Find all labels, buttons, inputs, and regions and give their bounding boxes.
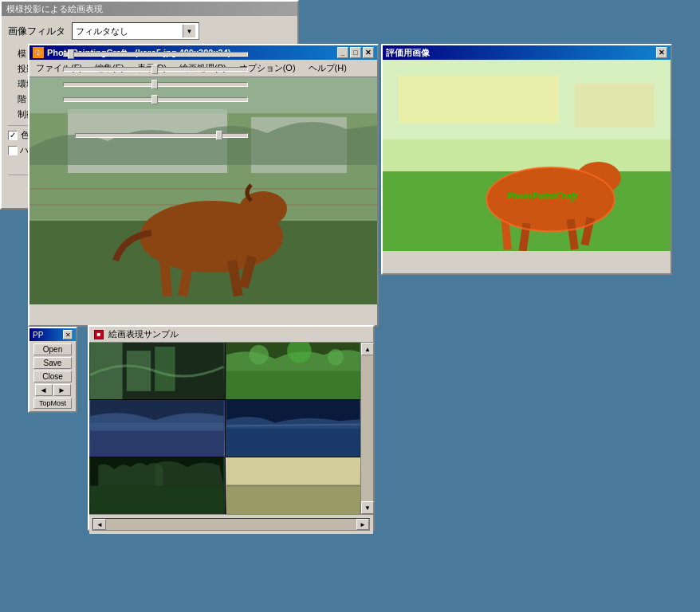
main-canvas <box>29 77 377 304</box>
svg-rect-42 <box>226 424 360 457</box>
color-change-thumb[interactable] <box>216 131 222 140</box>
sample-status-bar: ◄ ► <box>89 514 373 534</box>
sample-cell-1[interactable] <box>89 343 225 399</box>
toolbar-title-text: PP <box>33 331 43 339</box>
highlight-enhance-checkbox[interactable] <box>8 146 18 155</box>
sample-scrollbar[interactable]: ▲ ▼ <box>360 343 373 514</box>
filter-row: 画像フィルタ フィルタなし ▼ <box>8 22 291 40</box>
scroll-right-button[interactable]: ► <box>356 519 369 530</box>
slider-thumb-0[interactable] <box>68 49 74 59</box>
preview-window-title: 評価用画像 <box>386 47 430 59</box>
preview-close-button[interactable]: ✕ <box>656 47 667 58</box>
preview-window: 評価用画像 ✕ <box>381 44 672 275</box>
svg-rect-45 <box>90 486 223 515</box>
minimize-button[interactable]: _ <box>337 47 348 58</box>
sample-cell-2[interactable] <box>226 343 361 399</box>
svg-rect-16 <box>399 76 559 124</box>
app-icon: 🎨 <box>33 47 44 58</box>
sample-cell-6[interactable] <box>226 457 361 514</box>
slider-track-0[interactable] <box>63 52 248 57</box>
color-change-checkbox[interactable]: ✓ <box>8 131 18 140</box>
sample-cell-3[interactable] <box>89 400 225 457</box>
slider-track-3[interactable] <box>63 97 248 102</box>
open-button[interactable]: Open <box>33 343 72 355</box>
sample-content: ▲ ▼ <box>89 343 373 514</box>
filter-select[interactable]: フィルタなし ▼ <box>72 22 199 40</box>
filter-label: 画像フィルタ <box>8 25 65 38</box>
svg-rect-30 <box>90 343 123 399</box>
scroll-track[interactable] <box>361 355 373 501</box>
sample-icon: ■ <box>94 330 104 339</box>
settings-title-bar: 模様投影による絵画表現 <box>2 2 297 16</box>
sample-cell-5[interactable] <box>89 457 225 514</box>
svg-rect-34 <box>226 367 360 399</box>
scroll-left-button[interactable]: ◄ <box>93 519 106 530</box>
slider-thumb-1[interactable] <box>151 65 158 74</box>
maximize-button[interactable]: □ <box>350 47 361 58</box>
toolbar-title-bar: PP ✕ <box>29 328 76 341</box>
prev-button[interactable]: ◄ <box>35 384 53 396</box>
toolbar-close-button[interactable]: ✕ <box>63 330 73 339</box>
filter-dropdown-arrow[interactable]: ▼ <box>183 25 195 37</box>
svg-point-37 <box>327 349 343 365</box>
sample-title-bar: ■ 絵画表現サンプル <box>89 327 373 343</box>
svg-rect-49 <box>226 457 360 514</box>
sample-window-title: 絵画表現サンプル <box>108 328 179 340</box>
color-change-track[interactable] <box>75 133 248 138</box>
horse-image-main <box>29 77 377 304</box>
sample-grid <box>89 343 360 514</box>
slider-thumb-2[interactable] <box>151 80 158 89</box>
scroll-up-button[interactable]: ▲ <box>361 343 374 355</box>
settings-panel-title: 模様投影による絵画表現 <box>6 3 103 15</box>
svg-point-35 <box>249 345 268 364</box>
sample-window: ■ 絵画表現サンプル <box>88 325 375 531</box>
svg-rect-17 <box>575 84 655 128</box>
preview-canvas: PhotoPaintCraft <box>383 60 671 251</box>
close-button-toolbar[interactable]: Close <box>33 371 72 382</box>
slider-thumb-3[interactable] <box>151 95 158 104</box>
svg-text:PhotoPaintCraft: PhotoPaintCraft <box>506 190 577 202</box>
h-scrollbar[interactable]: ◄ ► <box>92 518 370 531</box>
slider-track-2[interactable] <box>63 82 248 87</box>
close-button[interactable]: ✕ <box>363 47 374 58</box>
filter-select-value: フィルタなし <box>76 26 128 37</box>
svg-rect-39 <box>90 429 223 457</box>
preview-title-bar: 評価用画像 ✕ <box>383 45 671 60</box>
save-button[interactable]: Save <box>33 357 72 369</box>
svg-rect-32 <box>155 347 175 391</box>
toolbar-window: PP ✕ Open Save Close ◄ ► TopMost <box>28 327 77 413</box>
svg-rect-31 <box>127 351 151 391</box>
scroll-down-button[interactable]: ▼ <box>361 501 374 514</box>
h-scroll-track[interactable] <box>106 519 356 530</box>
toolbar-content: Open Save Close ◄ ► TopMost <box>29 341 76 411</box>
next-button[interactable]: ► <box>53 384 71 396</box>
menu-help[interactable]: ヘルプ(H) <box>305 61 350 75</box>
slider-track-1[interactable] <box>63 67 248 72</box>
sample-cell-4[interactable] <box>226 400 361 457</box>
topmost-button[interactable]: TopMost <box>33 398 72 409</box>
